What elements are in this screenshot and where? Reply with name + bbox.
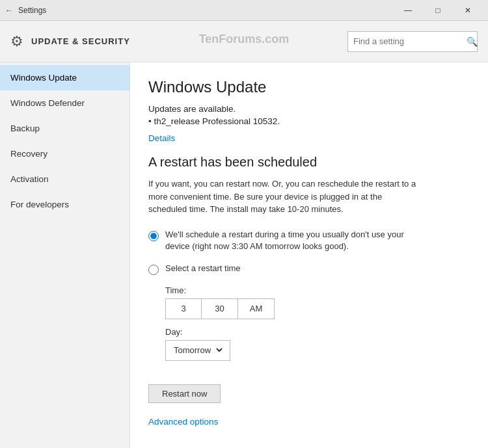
- time-minute-field[interactable]: [202, 298, 238, 319]
- title-bar-controls: — □ ✕: [393, 0, 483, 21]
- day-select[interactable]: Tomorrow Today In 2 days In 3 days: [171, 345, 224, 356]
- time-ampm-field[interactable]: [238, 298, 275, 319]
- update-item: • th2_release Professional 10532.: [148, 116, 470, 126]
- description-text: If you want, you can restart now. Or, yo…: [148, 178, 422, 216]
- details-link[interactable]: Details: [148, 133, 175, 143]
- sidebar-item-windows-update[interactable]: Windows Update: [0, 65, 129, 90]
- search-icon: 🔍: [467, 36, 478, 47]
- sidebar-item-for-developers[interactable]: For developers: [0, 192, 129, 217]
- minimize-button[interactable]: —: [393, 0, 423, 21]
- sidebar-item-recovery[interactable]: Recovery: [0, 141, 129, 166]
- content-area: Windows Update Updates are available. • …: [130, 62, 488, 448]
- radio-group: We'll schedule a restart during a time y…: [148, 229, 470, 361]
- search-box: 🔍: [347, 31, 478, 52]
- radio-auto-label: We'll schedule a restart during a time y…: [165, 229, 413, 252]
- day-select-wrapper: Tomorrow Today In 2 days In 3 days: [165, 340, 230, 361]
- sidebar-item-backup[interactable]: Backup: [0, 116, 129, 141]
- radio-select[interactable]: [148, 265, 159, 275]
- day-label: Day:: [165, 327, 470, 337]
- restart-now-button[interactable]: Restart now: [148, 384, 221, 403]
- close-button[interactable]: ✕: [453, 0, 483, 21]
- search-input[interactable]: [353, 36, 463, 46]
- radio-select-label: Select a restart time: [165, 263, 241, 274]
- radio-option-auto: We'll schedule a restart during a time y…: [148, 229, 470, 252]
- page-title: Windows Update: [148, 78, 470, 96]
- updates-available-text: Updates are available.: [148, 104, 470, 114]
- maximize-button[interactable]: □: [423, 0, 453, 21]
- main-layout: Windows Update Windows Defender Backup R…: [0, 62, 488, 448]
- sidebar-item-windows-defender[interactable]: Windows Defender: [0, 90, 129, 116]
- advanced-options-link[interactable]: Advanced options: [148, 417, 218, 427]
- radio-option-select: Select a restart time: [148, 263, 470, 275]
- title-bar-title: Settings: [18, 6, 46, 15]
- gear-icon: ⚙: [10, 33, 23, 50]
- restart-button-container: Restart now: [148, 371, 470, 416]
- header-title: UPDATE & SECURITY: [31, 36, 340, 46]
- time-inputs: [165, 298, 470, 319]
- time-hour-field[interactable]: [165, 298, 202, 319]
- title-bar-left: ← Settings: [5, 6, 393, 15]
- title-bar: ← Settings — □ ✕: [0, 0, 488, 21]
- radio-auto[interactable]: [148, 231, 159, 241]
- schedule-title: A restart has been scheduled: [148, 155, 470, 170]
- sidebar-item-activation[interactable]: Activation: [0, 166, 129, 192]
- time-section: Time: Day: Tomorrow Today In 2 days In 3…: [165, 285, 470, 361]
- sidebar: Windows Update Windows Defender Backup R…: [0, 62, 130, 448]
- back-icon[interactable]: ←: [5, 6, 13, 15]
- header-bar: ⚙ UPDATE & SECURITY 🔍: [0, 21, 488, 62]
- time-label: Time:: [165, 285, 470, 295]
